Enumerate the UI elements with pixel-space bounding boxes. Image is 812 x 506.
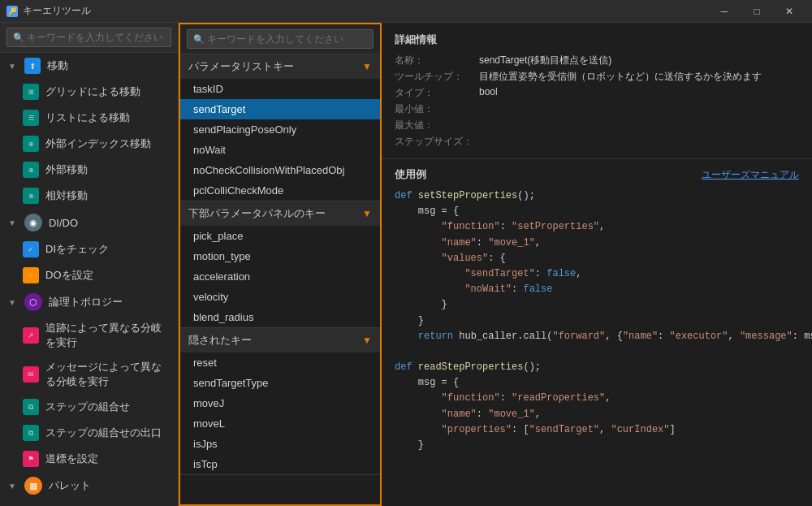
param-section-body-list-key: taskID sendTarget sendPlacingPoseOnly no… <box>180 79 380 201</box>
sidebar-item-custom-palette[interactable]: ▦ カスタマイズのパレットパターン <box>0 500 178 506</box>
ext-idx-icon: ⊕ <box>23 136 39 152</box>
param-item-nowait[interactable]: noWait <box>180 140 380 160</box>
sidebar-item-trace-branch[interactable]: ↗ 追跡によって異なる分岐を実行 <box>0 316 178 355</box>
ext-ido-icon: ⊕ <box>23 162 39 178</box>
step-label: ステップサイズ： <box>395 135 473 149</box>
sidebar-label-step-combo: ステップの組合せ <box>45 400 130 414</box>
sidebar-group-dido[interactable]: ▼ ◉ DI/DO <box>0 209 178 236</box>
palette-icon: ▦ <box>24 477 42 495</box>
left-search-wrap: 🔍 <box>6 28 171 47</box>
param-section-hidden-key: 隠されたキー ▼ reset sendTargetType moveJ move… <box>180 328 380 475</box>
param-item-motion-type[interactable]: motion_type <box>180 246 380 266</box>
chevron-down-icon: ▼ <box>8 62 16 71</box>
msg-branch-icon: ✉ <box>23 366 39 383</box>
sidebar-item-list-ido[interactable]: ☰ リストによる移動 <box>0 105 178 131</box>
close-button[interactable]: ✕ <box>773 0 806 23</box>
min-value <box>479 102 799 116</box>
step-value <box>479 135 799 149</box>
dido-icon: ◉ <box>24 214 42 231</box>
type-value: bool <box>479 86 799 100</box>
detail-table: 名称： sendTarget(移動目標点を送信) ツールチップ： 目標位置姿勢を… <box>395 54 799 149</box>
sidebar-label-set-dest: 道標を設定 <box>45 452 98 466</box>
param-item-movel[interactable]: moveL <box>180 413 380 434</box>
step-combo-out-icon: ⧉ <box>23 425 39 441</box>
left-search-input[interactable] <box>6 28 171 47</box>
usage-title: 使用例 <box>395 167 426 182</box>
sidebar-item-ext-ido[interactable]: ⊕ 外部移動 <box>0 157 178 183</box>
param-item-velocity[interactable]: velocity <box>180 287 380 307</box>
name-label: 名称： <box>395 54 473 67</box>
maximize-button[interactable]: □ <box>741 0 773 23</box>
sidebar-label-dido: DI/DO <box>49 217 78 229</box>
sidebar-item-grid-ido[interactable]: ⊞ グリッドによる移動 <box>0 79 178 105</box>
sidebar-item-do-set[interactable]: ○ DOを設定 <box>0 262 178 288</box>
ido-icon: ⬆ <box>24 58 41 74</box>
chevron-down-icon-list-key: ▼ <box>362 61 372 72</box>
sidebar-label-msg-branch: メッセージによって異なる分岐を実行 <box>45 360 170 389</box>
chevron-down-icon-hidden-key: ▼ <box>362 335 372 346</box>
min-label: 最小値： <box>395 102 473 116</box>
param-section-body-hidden-key: reset sendTargetType moveJ moveL isJps i… <box>180 352 380 474</box>
param-item-sendtarget[interactable]: sendTarget <box>180 99 380 119</box>
chevron-down-icon-lower-param: ▼ <box>362 208 372 219</box>
left-panel: 🔍 ▼ ⬆ 移動 ⊞ グリッドによる移動 ☰ リストによる移動 ⊕ 外部インデッ… <box>0 23 179 506</box>
param-item-acceleration[interactable]: acceleration <box>180 266 380 287</box>
sidebar-item-msg-branch[interactable]: ✉ メッセージによって異なる分岐を実行 <box>0 355 178 394</box>
sidebar-label-palette: パレット <box>49 478 91 493</box>
param-item-sendplacingposeonly[interactable]: sendPlacingPoseOnly <box>180 119 380 140</box>
sidebar-item-ido[interactable]: ▼ ⬆ 移動 <box>0 53 178 79</box>
param-item-movej[interactable]: moveJ <box>180 393 380 413</box>
sidebar-item-ext-idx[interactable]: ⊕ 外部インデックス移動 <box>0 131 178 157</box>
middle-search-input[interactable] <box>187 29 374 49</box>
param-item-isjps[interactable]: isJps <box>180 434 380 454</box>
sidebar-item-step-combo-out[interactable]: ⧉ ステップの組合せの出口 <box>0 420 178 446</box>
param-section-header-hidden-key[interactable]: 隠されたキー ▼ <box>180 328 380 352</box>
logic-icon: ⬡ <box>24 293 42 311</box>
param-item-pclcollicheck[interactable]: pclColliCheckMode <box>180 180 380 201</box>
param-item-blend-radius[interactable]: blend_radius <box>180 307 380 327</box>
minimize-button[interactable]: ─ <box>708 0 741 23</box>
detail-title: 詳細情報 <box>395 32 799 47</box>
trace-branch-icon: ↗ <box>23 327 39 344</box>
param-item-nocheckcollision[interactable]: noCheckCollisionWithPlacedObj <box>180 160 380 180</box>
param-item-sendtargettype[interactable]: sendTargetType <box>180 373 380 393</box>
code-block: def setStepProperties(); msg = { "functi… <box>395 188 799 453</box>
sidebar-items: ▼ ⬆ 移動 ⊞ グリッドによる移動 ☰ リストによる移動 ⊕ 外部インデックス… <box>0 53 178 506</box>
left-search-box: 🔍 <box>0 23 178 53</box>
param-section-header-lower-param[interactable]: 下部パラメータパネルのキー ▼ <box>180 201 380 226</box>
window-controls: ─ □ ✕ <box>708 0 806 23</box>
do-set-icon: ○ <box>23 267 39 283</box>
sidebar-item-rel-ido[interactable]: ⊕ 相対移動 <box>0 183 178 209</box>
list-ido-icon: ☰ <box>23 110 39 126</box>
set-dest-icon: ⚑ <box>23 451 39 467</box>
sidebar-label-di-check: DIをチェック <box>45 242 109 257</box>
param-item-pick-place[interactable]: pick_place <box>180 226 380 246</box>
user-manual-link[interactable]: ユーザーズマニュアル <box>702 168 799 182</box>
sidebar-item-set-dest[interactable]: ⚑ 道標を設定 <box>0 446 178 472</box>
param-section-title-list-key: パラメータリストキー <box>188 59 294 74</box>
tooltip-label: ツールチップ： <box>395 70 473 84</box>
sidebar-label-trace-branch: 追跡によって異なる分岐を実行 <box>45 321 170 350</box>
sidebar-item-di-check[interactable]: ✓ DIをチェック <box>0 236 178 262</box>
app-title: キーエリツール <box>23 4 91 18</box>
middle-list: パラメータリストキー ▼ taskID sendTarget sendPlaci… <box>180 54 380 504</box>
param-item-reset[interactable]: reset <box>180 352 380 373</box>
step-combo-icon: ⧉ <box>23 399 39 415</box>
usage-section: 使用例 ユーザーズマニュアル def setStepProperties(); … <box>382 159 812 506</box>
tooltip-value: 目標位置姿勢を受信側（ロボットなど）に送信するかを決めます <box>479 70 799 84</box>
app-icon: 🔑 <box>6 6 18 17</box>
sidebar-label-ext-ido: 外部移動 <box>45 162 88 177</box>
param-item-istcp[interactable]: isTcp <box>180 454 380 474</box>
chevron-down-icon-logic: ▼ <box>8 298 16 307</box>
param-item-taskid[interactable]: taskID <box>180 79 380 99</box>
chevron-down-icon-dido: ▼ <box>8 218 16 227</box>
max-label: 最大値： <box>395 119 473 132</box>
sidebar-item-step-combo[interactable]: ⧉ ステップの組合せ <box>0 394 178 420</box>
sidebar-group-palette[interactable]: ▼ ▦ パレット <box>0 472 178 500</box>
sidebar-label-ext-idx: 外部インデックス移動 <box>45 136 151 151</box>
rel-ido-icon: ⊕ <box>23 188 39 204</box>
usage-header: 使用例 ユーザーズマニュアル <box>395 167 799 182</box>
sidebar-group-logic[interactable]: ▼ ⬡ 論理トポロジー <box>0 288 178 316</box>
param-section-header-list-key[interactable]: パラメータリストキー ▼ <box>180 54 380 79</box>
sidebar-label-logic: 論理トポロジー <box>49 295 123 309</box>
